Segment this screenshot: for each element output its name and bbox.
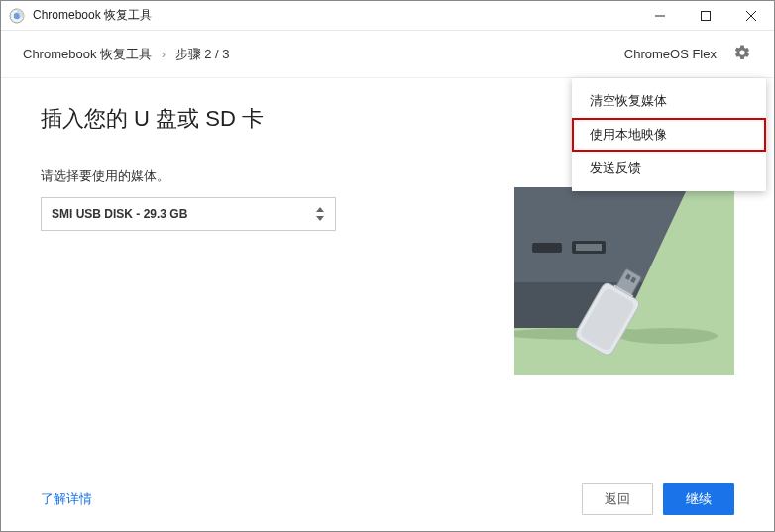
menu-item-use-local-image[interactable]: 使用本地映像	[572, 118, 766, 152]
minimize-button[interactable]	[637, 1, 683, 31]
continue-button[interactable]: 继续	[663, 483, 734, 515]
maximize-button[interactable]	[683, 1, 728, 31]
app-icon	[9, 8, 25, 24]
breadcrumb-step: 步骤 2 / 3	[175, 47, 230, 61]
media-select[interactable]: SMI USB DISK - 29.3 GB	[41, 197, 336, 231]
menu-item-erase-media[interactable]: 清空恢复媒体	[572, 84, 766, 118]
menu-item-label: 发送反馈	[590, 160, 641, 177]
back-button-label: 返回	[605, 490, 630, 508]
app-window: Chromebook 恢复工具 Chromebook 恢复工具 › 步骤 2 /…	[0, 0, 775, 532]
close-button[interactable]	[728, 1, 774, 31]
svg-point-15	[618, 328, 718, 344]
menu-item-label: 使用本地映像	[590, 126, 667, 144]
settings-button[interactable]	[720, 31, 764, 78]
learn-more-link[interactable]: 了解详情	[41, 490, 92, 508]
usb-illustration	[514, 187, 734, 375]
svg-rect-11	[532, 243, 562, 253]
product-name: ChromeOS Flex	[624, 47, 717, 61]
menu-item-send-feedback[interactable]: 发送反馈	[572, 152, 766, 185]
media-select-value: SMI USB DISK - 29.3 GB	[52, 207, 187, 221]
breadcrumb: Chromebook 恢复工具 › 步骤 2 / 3	[23, 46, 230, 63]
svg-marker-6	[316, 207, 324, 212]
breadcrumb-app: Chromebook 恢复工具	[23, 47, 152, 61]
back-button[interactable]: 返回	[582, 483, 653, 515]
window-title: Chromebook 恢复工具	[33, 7, 152, 24]
footer: 了解详情 返回 继续	[1, 468, 774, 531]
svg-rect-13	[576, 244, 602, 251]
continue-button-label: 继续	[686, 490, 712, 508]
gear-icon	[733, 44, 751, 65]
header: Chromebook 恢复工具 › 步骤 2 / 3 ChromeOS Flex…	[1, 31, 774, 78]
menu-item-label: 清空恢复媒体	[590, 92, 667, 110]
breadcrumb-separator: ›	[162, 47, 166, 61]
settings-menu: 清空恢复媒体 使用本地映像 发送反馈	[572, 78, 766, 191]
stepper-arrows-icon	[315, 207, 325, 221]
titlebar: Chromebook 恢复工具	[1, 1, 774, 31]
svg-marker-7	[316, 216, 324, 221]
svg-rect-3	[702, 11, 711, 20]
